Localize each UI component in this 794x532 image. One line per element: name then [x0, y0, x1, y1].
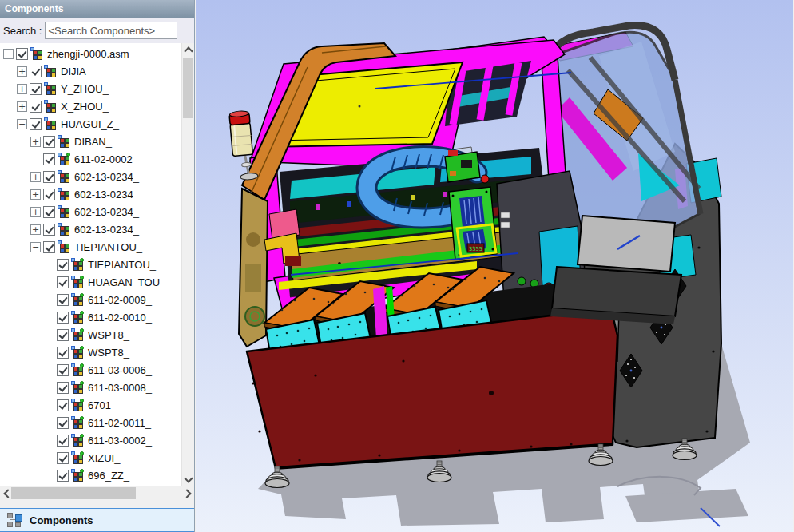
- tree-row[interactable]: +X_ZHOU_: [0, 97, 181, 115]
- component-label[interactable]: HUAGAN_TOU_: [87, 276, 165, 288]
- tree-row[interactable]: −TIEPIANTOU_: [0, 238, 181, 256]
- tree-row[interactable]: +Y_ZHOU_: [0, 80, 181, 97]
- visibility-checkbox[interactable]: [57, 276, 69, 288]
- expand-toggle[interactable]: +: [30, 207, 41, 217]
- component-label[interactable]: 611-02-0002_: [73, 153, 138, 165]
- monitor-panel[interactable]: [578, 216, 675, 272]
- visibility-checkbox[interactable]: [16, 48, 28, 60]
- visibility-checkbox[interactable]: [43, 241, 55, 253]
- collapse-toggle[interactable]: −: [3, 49, 14, 59]
- component-label[interactable]: 602-13-0234_: [73, 224, 139, 236]
- component-label[interactable]: 611-03-0006_: [87, 364, 152, 376]
- component-label[interactable]: WSPT8_: [87, 329, 129, 341]
- visibility-checkbox[interactable]: [43, 224, 55, 236]
- visibility-checkbox[interactable]: [30, 66, 42, 77]
- tree-row[interactable]: +602-13-0234_: [0, 168, 181, 185]
- visibility-checkbox[interactable]: [57, 399, 69, 411]
- component-label[interactable]: X_ZHOU_: [60, 101, 109, 113]
- tree-row[interactable]: +602-13-0234_: [0, 185, 181, 203]
- green-button[interactable]: [518, 277, 526, 285]
- pcb-board[interactable]: 3355: [449, 187, 497, 260]
- component-label[interactable]: HUAGUI_Z_: [60, 118, 119, 130]
- tree-row[interactable]: +602-13-0234_: [0, 220, 181, 238]
- visibility-checkbox[interactable]: [30, 101, 42, 113]
- monitor-shelf[interactable]: [550, 267, 681, 324]
- component-label[interactable]: 6701_: [87, 399, 117, 411]
- visibility-checkbox[interactable]: [43, 171, 55, 183]
- visibility-checkbox[interactable]: [43, 189, 55, 200]
- tree-row[interactable]: −zhengji-0000.asm: [0, 45, 181, 62]
- tree-row[interactable]: 611-02-0009_: [0, 291, 181, 308]
- component-label[interactable]: DIJIA_: [60, 66, 92, 77]
- component-label[interactable]: DIBAN_: [73, 136, 112, 148]
- tree-row[interactable]: +DIBAN_: [0, 133, 181, 150]
- component-label[interactable]: 602-13-0234_: [73, 189, 139, 200]
- visibility-checkbox[interactable]: [57, 329, 69, 341]
- visibility-checkbox[interactable]: [43, 153, 55, 165]
- tree-row[interactable]: XIZUI_: [0, 449, 181, 466]
- scroll-right-button[interactable]: [181, 486, 194, 501]
- visibility-checkbox[interactable]: [57, 259, 69, 271]
- component-label[interactable]: TIEPIANTOU_: [87, 259, 156, 271]
- component-label[interactable]: WSPT8_: [87, 347, 129, 359]
- visibility-checkbox[interactable]: [30, 118, 42, 130]
- horizontal-scroll-thumb[interactable]: [11, 487, 136, 499]
- scroll-up-button[interactable]: [182, 43, 194, 56]
- vertical-scroll-thumb[interactable]: [183, 58, 193, 118]
- component-label[interactable]: 611-02-0010_: [87, 312, 152, 324]
- expand-toggle[interactable]: +: [30, 172, 41, 182]
- visibility-checkbox[interactable]: [57, 312, 69, 324]
- tree-row[interactable]: TIEPIANTOU_: [0, 256, 181, 273]
- visibility-checkbox[interactable]: [57, 452, 69, 464]
- visibility-checkbox[interactable]: [57, 470, 69, 482]
- collapse-toggle[interactable]: −: [30, 242, 41, 252]
- component-label[interactable]: 611-02-0009_: [87, 294, 152, 306]
- component-label[interactable]: Y_ZHOU_: [60, 83, 109, 95]
- 3d-viewport[interactable]: 3355: [195, 0, 794, 532]
- visibility-checkbox[interactable]: [57, 417, 69, 429]
- component-label[interactable]: TIEPIANTOU_: [73, 241, 142, 253]
- visibility-checkbox[interactable]: [57, 435, 69, 447]
- tree-row[interactable]: +DIJIA_: [0, 62, 181, 80]
- component-label[interactable]: 611-02-0011_: [87, 417, 151, 429]
- components-tab[interactable]: Components: [0, 508, 194, 532]
- tree-row[interactable]: 696_ZZ_: [0, 466, 181, 484]
- tree-row[interactable]: 611-02-0010_: [0, 308, 181, 326]
- tree-row[interactable]: HUAGAN_TOU_: [0, 273, 181, 291]
- component-label[interactable]: 611-03-0002_: [87, 435, 152, 447]
- visibility-checkbox[interactable]: [57, 382, 69, 394]
- component-label[interactable]: XIZUI_: [87, 452, 120, 464]
- tree-row[interactable]: WSPT8_: [0, 326, 181, 343]
- component-label[interactable]: 611-03-0008_: [87, 382, 152, 394]
- expand-toggle[interactable]: +: [30, 189, 41, 200]
- expand-toggle[interactable]: +: [17, 84, 27, 94]
- search-input[interactable]: [45, 22, 177, 39]
- visibility-checkbox[interactable]: [57, 347, 69, 359]
- expand-toggle[interactable]: +: [30, 224, 41, 235]
- tree-row[interactable]: WSPT8_: [0, 343, 181, 361]
- tree-row[interactable]: 611-03-0006_: [0, 361, 181, 379]
- tree-row[interactable]: 611-03-0002_: [0, 431, 181, 449]
- tree-row[interactable]: 611-03-0008_: [0, 379, 181, 396]
- tree-row[interactable]: 611-02-0011_: [0, 414, 181, 431]
- scroll-down-button[interactable]: [182, 473, 194, 486]
- visibility-checkbox[interactable]: [30, 83, 42, 95]
- component-label[interactable]: 602-13-0234_: [73, 206, 139, 218]
- tree-row[interactable]: +602-13-0234_: [0, 203, 181, 220]
- tree-row[interactable]: 6701_: [0, 396, 181, 414]
- collapse-toggle[interactable]: −: [17, 119, 27, 129]
- tree-row[interactable]: −HUAGUI_Z_: [0, 115, 181, 133]
- expand-toggle[interactable]: +: [30, 137, 41, 147]
- visibility-checkbox[interactable]: [57, 294, 69, 306]
- expand-toggle[interactable]: +: [17, 101, 27, 112]
- tree-row[interactable]: 611-02-0002_: [0, 150, 181, 168]
- visibility-checkbox[interactable]: [43, 206, 55, 218]
- vertical-scrollbar[interactable]: [181, 43, 194, 486]
- horizontal-scrollbar[interactable]: [0, 486, 194, 501]
- expand-toggle[interactable]: +: [17, 66, 27, 77]
- visibility-checkbox[interactable]: [43, 136, 55, 148]
- component-label[interactable]: zhengji-0000.asm: [46, 48, 129, 60]
- visibility-checkbox[interactable]: [57, 364, 69, 376]
- component-label[interactable]: 696_ZZ_: [87, 470, 129, 482]
- component-label[interactable]: 602-13-0234_: [73, 171, 139, 183]
